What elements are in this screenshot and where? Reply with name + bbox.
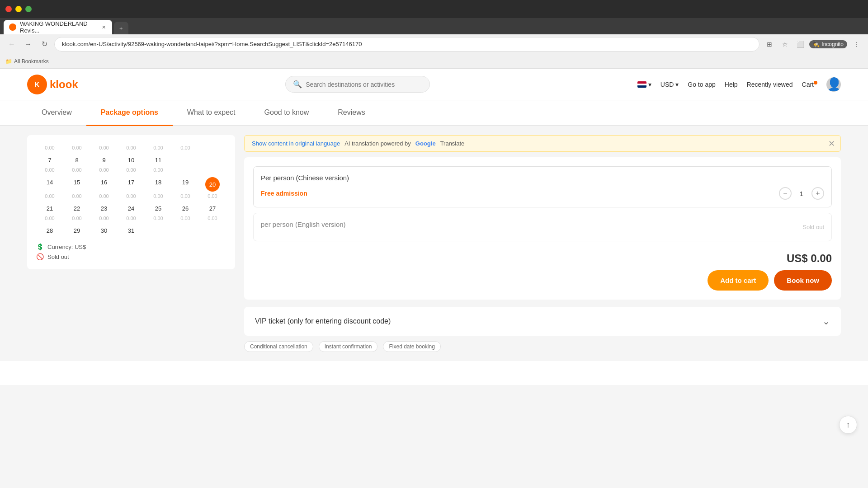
currency-label: Currency: US$ — [47, 244, 86, 250]
incognito-icon: 🕵 — [813, 41, 820, 47]
back-button[interactable]: ← — [5, 38, 18, 51]
currency-selector[interactable]: USD ▾ — [660, 81, 679, 88]
cal-day[interactable]: 23 — [90, 203, 118, 214]
user-avatar[interactable]: 👤 — [826, 77, 841, 92]
cart-button[interactable]: Cart — [802, 81, 817, 88]
val-cell: 0.00 — [172, 144, 199, 151]
cal-day[interactable]: 9 — [90, 155, 118, 165]
cast-icon[interactable]: ⊞ — [763, 38, 776, 51]
maximize-window-button[interactable] — [25, 6, 32, 12]
close-window-button[interactable] — [5, 6, 12, 12]
profile-icon[interactable]: ⬜ — [794, 38, 807, 51]
new-tab-icon: + — [119, 25, 123, 32]
tab-close-button[interactable]: ✕ — [100, 23, 107, 31]
total-section: US$ 0.00 — [253, 247, 832, 270]
menu-icon[interactable]: ⋮ — [850, 38, 863, 51]
header-actions: ▾ USD ▾ Go to app Help Recently viewed C… — [637, 77, 841, 92]
chevron-down-icon[interactable]: ⌄ — [822, 316, 830, 327]
cal-day[interactable]: 27 — [199, 203, 226, 214]
quantity-value: 1 — [797, 190, 806, 197]
cal-day[interactable]: 16 — [90, 177, 118, 192]
cal-day[interactable]: 26 — [172, 203, 199, 214]
page-content: K klook 🔍 ▾ USD ▾ Go to app Help Recentl… — [0, 69, 868, 385]
banner-close-button[interactable]: ✕ — [828, 139, 835, 149]
currency-icon: 💲 — [36, 243, 44, 250]
calendar-row-days: 28 29 30 31 — [36, 225, 226, 236]
go-to-app-button[interactable]: Go to app — [688, 81, 716, 88]
cal-day[interactable]: 25 — [145, 203, 172, 214]
active-tab[interactable]: WAKING WONDERLAND Revis... ✕ — [4, 20, 112, 34]
val-cell: 0.00 — [118, 192, 145, 200]
calendar-row-days: 14 15 16 17 18 19 20 — [36, 177, 226, 192]
recently-viewed-button[interactable]: Recently viewed — [747, 81, 793, 88]
option-english-row: per person (English version) Sold out — [261, 221, 824, 234]
minimize-window-button[interactable] — [15, 6, 22, 12]
cal-day-selected[interactable]: 20 — [205, 177, 220, 192]
booking-option-chinese: Per person (Chinese version) Free admiss… — [253, 166, 832, 207]
right-panel: Show content in original language AI tra… — [244, 135, 841, 352]
sold-out-label: Sold out — [47, 253, 69, 260]
cal-day[interactable]: 15 — [63, 177, 90, 192]
search-bar[interactable]: 🔍 — [285, 76, 430, 93]
book-now-button[interactable]: Book now — [774, 270, 832, 291]
cal-day — [172, 225, 199, 236]
bookmarks-bar: 📁 All Bookmarks — [0, 54, 868, 69]
tab-package-options[interactable]: Package options — [86, 100, 173, 126]
cal-day[interactable]: 31 — [118, 225, 145, 236]
main-content: 0.00 0.00 0.00 0.00 0.00 0.00 7 8 9 10 — [0, 126, 868, 361]
reload-button[interactable]: ↻ — [38, 38, 51, 51]
val-cell: 0.00 — [90, 192, 118, 200]
tab-overview[interactable]: Overview — [27, 100, 86, 126]
quantity-decrease-button[interactable]: − — [779, 187, 792, 200]
tab-reviews[interactable]: Reviews — [323, 100, 379, 126]
bookmark-icon[interactable]: ☆ — [778, 38, 791, 51]
free-admission-badge: Free admission — [261, 190, 307, 197]
forward-button[interactable]: → — [22, 38, 34, 51]
calendar-legend: 💲 Currency: US$ 🚫 Sold out — [36, 243, 226, 260]
search-icon: 🔍 — [293, 80, 302, 89]
new-tab-button[interactable]: + — [114, 22, 128, 34]
klook-logo-icon[interactable]: K — [27, 75, 47, 94]
cal-day[interactable]: 22 — [63, 203, 90, 214]
val-cell — [199, 144, 226, 151]
cal-day[interactable]: 28 — [36, 225, 63, 236]
val-cell: 0.00 — [63, 144, 90, 151]
cal-day[interactable]: 30 — [90, 225, 118, 236]
legend-sold-out: 🚫 Sold out — [36, 253, 226, 260]
cal-day[interactable]: 29 — [63, 225, 90, 236]
address-bar[interactable]: klook.com/en-US/activity/92569-waking-wo… — [54, 37, 760, 52]
cal-day[interactable]: 18 — [145, 177, 172, 192]
cal-day[interactable]: 10 — [118, 155, 145, 165]
cal-day[interactable]: 17 — [118, 177, 145, 192]
cal-day[interactable]: 24 — [118, 203, 145, 214]
val-cell: 0.00 — [63, 192, 90, 200]
search-input[interactable] — [306, 81, 422, 88]
tag-conditional-cancellation: Conditional cancellation — [244, 341, 313, 352]
tag-instant-confirmation: Instant confirmation — [319, 341, 378, 352]
cal-day[interactable]: 14 — [36, 177, 63, 192]
val-cell: 0.00 — [145, 192, 172, 200]
cal-day[interactable]: 7 — [36, 155, 63, 165]
action-buttons: Add to cart Book now — [253, 270, 832, 291]
add-to-cart-button[interactable]: Add to cart — [708, 270, 769, 291]
booking-option-english: per person (English version) Sold out — [253, 213, 832, 241]
help-button[interactable]: Help — [725, 81, 738, 88]
folder-icon: 📁 — [5, 58, 12, 65]
vip-section[interactable]: VIP ticket (only for entering discount c… — [244, 307, 841, 336]
nav-tabs: Overview Package options What to expect … — [0, 100, 868, 126]
language-selector[interactable]: ▾ — [637, 81, 651, 88]
bookmarks-folder[interactable]: 📁 All Bookmarks — [5, 58, 49, 65]
tab-what-to-expect[interactable]: What to expect — [173, 100, 250, 126]
cal-day[interactable]: 21 — [36, 203, 63, 214]
logo-text[interactable]: klook — [50, 78, 78, 91]
tags-row: Conditional cancellation Instant confirm… — [244, 341, 841, 352]
show-original-link[interactable]: Show content in original language — [252, 140, 340, 147]
val-cell: 0.00 — [145, 166, 172, 174]
quantity-increase-button[interactable]: + — [811, 187, 824, 200]
cal-day[interactable]: 19 — [172, 177, 199, 192]
val-cell: 0.00 — [90, 215, 118, 222]
cal-day[interactable]: 8 — [63, 155, 90, 165]
cal-day — [199, 225, 226, 236]
cal-day[interactable]: 11 — [145, 155, 172, 165]
tab-good-to-know[interactable]: Good to know — [250, 100, 324, 126]
